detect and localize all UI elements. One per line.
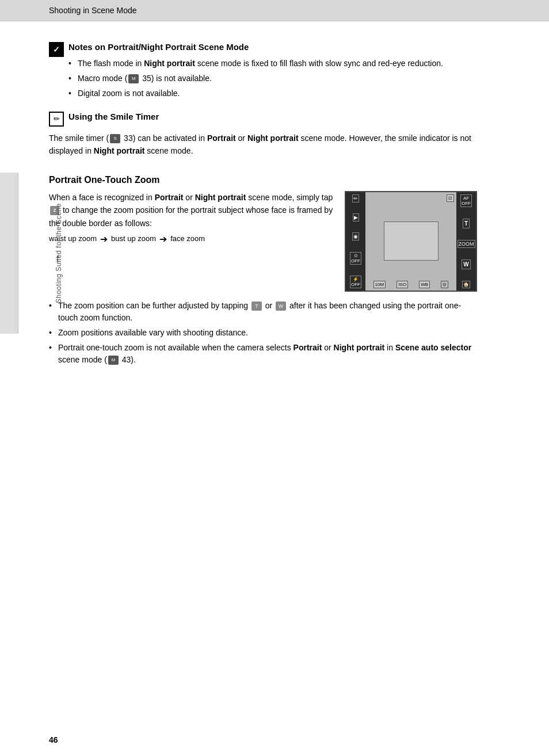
- w-icon: W: [276, 301, 286, 311]
- smile-timer-body: The smile timer (S 33) can be activated …: [49, 132, 477, 158]
- portrait-zoom-body: When a face is recognized in Portrait or…: [49, 191, 477, 292]
- cam-icon-pencil: ✏: [352, 194, 359, 203]
- cam-icon-t: T: [463, 219, 470, 228]
- cam-icon-w: W: [462, 259, 470, 269]
- page-header: Shooting in Scene Mode: [0, 0, 549, 21]
- notes-bullet-2: Macro mode (M 35) is not available.: [68, 72, 443, 85]
- portrait-zoom-bullet-3: Portrait one-touch zoom is not available…: [49, 342, 477, 366]
- cam-btn-10m: 10M: [373, 281, 386, 288]
- main-content: ✓ Notes on Portrait/Night Portrait Scene…: [0, 21, 526, 380]
- t-icon: T: [251, 301, 262, 311]
- notes-content: Notes on Portrait/Night Portrait Scene M…: [68, 42, 443, 102]
- pencil-icon: ✏: [49, 112, 64, 127]
- cam-icon-zoom: ZOOM: [458, 240, 475, 248]
- portrait-zoom-bullets: The zoom position can be further adjuste…: [49, 300, 477, 366]
- portrait-zoom-intro: When a face is recognized in Portrait or…: [49, 191, 333, 230]
- sidebar-label: Shooting Suited for the Scene: [55, 203, 63, 303]
- camera-diagram: ✏ ▶ ◉ ⊙OFF ⚡OFF ⊡ 10M ISO WB: [345, 191, 477, 292]
- notes-bullet-list: The flash mode in Night portrait scene m…: [68, 58, 443, 100]
- portrait-zoom-bullet-1: The zoom position can be further adjuste…: [49, 300, 477, 324]
- camera-bottom-row: 10M ISO WB ⊙: [368, 281, 454, 288]
- zoom-step3: face zoom: [170, 233, 205, 245]
- checkmark-icon: ✓: [49, 42, 64, 57]
- notes-bullet-1: The flash mode in Night portrait scene m…: [68, 58, 443, 70]
- cam-btn-focus: ⊙: [441, 281, 448, 288]
- cam-icon-timer: ⊙OFF: [350, 252, 361, 265]
- camera-left-bar: ✏ ▶ ◉ ⊙OFF ⚡OFF: [346, 192, 365, 291]
- arrow-icon-1: ➔: [100, 232, 108, 247]
- smile-timer-section: ✏ Using the Smile Timer The smile timer …: [49, 112, 477, 158]
- camera-top-row: ⊡: [368, 194, 454, 202]
- macro-icon-1: M: [128, 74, 139, 83]
- cam-icon-play: ▶: [353, 213, 359, 222]
- zoom-flow-row: waist up zoom ➔ bust up zoom ➔ face zoom: [49, 232, 333, 247]
- cam-btn-iso: ISO: [396, 281, 408, 288]
- smile-timer-title: Using the Smile Timer: [68, 112, 159, 121]
- scene-icon: M: [108, 356, 119, 365]
- cam-icon-eye: ◉: [352, 232, 359, 240]
- notes-bullet-3: Digital zoom is not available.: [68, 87, 443, 100]
- header-title: Shooting in Scene Mode: [49, 6, 137, 15]
- cam-icon-af: AFOFF: [460, 194, 472, 207]
- portrait-zoom-bullet-2: Zoom positions available vary with shoot…: [49, 327, 477, 339]
- zoom-step2: bust up zoom: [111, 233, 156, 245]
- portrait-zoom-text: When a face is recognized in Portrait or…: [49, 191, 333, 268]
- cam-btn-wb: WB: [419, 281, 430, 288]
- cam-face-icon: ⊡: [447, 194, 454, 202]
- portrait-zoom-section: Portrait One-Touch Zoom When a face is r…: [49, 175, 477, 366]
- smile-timer-header: ✏ Using the Smile Timer: [49, 112, 477, 127]
- portrait-zoom-title: Portrait One-Touch Zoom: [49, 175, 477, 185]
- camera-right-bar: AFOFF T ZOOM W 🏠: [456, 192, 476, 291]
- notes-title: Notes on Portrait/Night Portrait Scene M…: [68, 42, 443, 52]
- arrow-icon-2: ➔: [159, 232, 167, 247]
- sidebar-tab: Shooting Suited for the Scene: [0, 173, 18, 334]
- cam-icon-home: 🏠: [462, 281, 470, 288]
- zoom-return-arrow: ↑: [55, 249, 333, 268]
- page-number: 46: [49, 735, 58, 744]
- camera-viewfinder: [384, 222, 439, 261]
- camera-center-area: ⊡ 10M ISO WB ⊙: [365, 192, 456, 291]
- notes-section: ✓ Notes on Portrait/Night Portrait Scene…: [49, 42, 477, 102]
- smile-icon: S: [110, 134, 120, 143]
- cam-icon-flash: ⚡OFF: [350, 276, 361, 288]
